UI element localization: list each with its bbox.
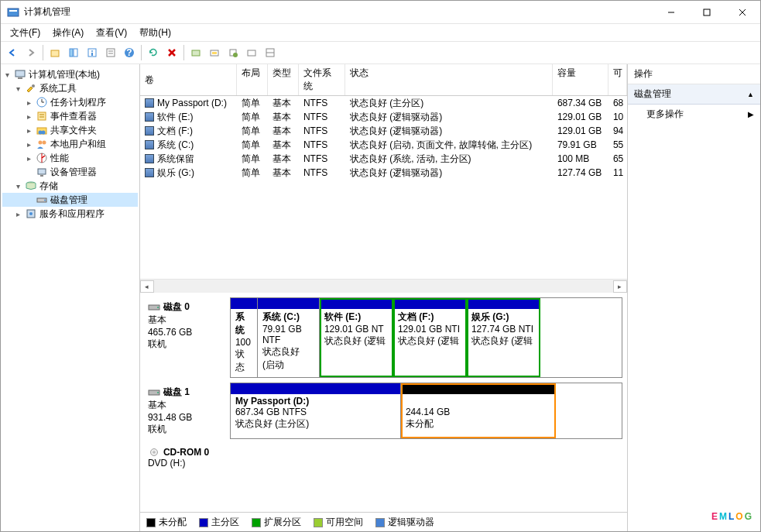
tree-expand-icon[interactable]: ▸ <box>24 140 33 149</box>
back-button[interactable] <box>4 44 21 61</box>
tree-root-label: 计算机管理(本地) <box>29 68 100 81</box>
tree-performance[interactable]: ▸ 性能 <box>2 151 138 165</box>
partition-header <box>231 383 400 394</box>
tree-disk-management[interactable]: 磁盘管理 <box>2 193 138 207</box>
close-button[interactable] <box>725 1 760 24</box>
scroll-right-button[interactable]: ▸ <box>613 280 627 293</box>
legend-unallocated: 未分配 <box>146 516 187 529</box>
volume-layout: 简单 <box>237 110 268 125</box>
volume-icon <box>145 168 154 177</box>
partition-label: 软件 (E:) <box>324 311 388 324</box>
volume-icon <box>145 112 154 122</box>
volume-rows[interactable]: My Passport (D:)简单基本NTFS状态良好 (主分区)687.34… <box>140 96 627 279</box>
volume-row[interactable]: 文档 (F:)简单基本NTFS状态良好 (逻辑驱动器)129.01 GB94 <box>140 124 627 138</box>
tree-storage[interactable]: ▾ 存储 <box>2 179 138 193</box>
partition-size: 244.14 GB <box>406 407 551 417</box>
volume-capacity: 127.74 GB <box>553 166 608 179</box>
column-filesystem[interactable]: 文件系统 <box>299 64 345 95</box>
tree-event-viewer[interactable]: ▸ 事件查看器 <box>2 109 138 123</box>
partition[interactable]: 244.14 GB未分配 <box>401 383 556 438</box>
up-button[interactable] <box>46 44 63 61</box>
volume-row[interactable]: 软件 (E:)简单基本NTFS状态良好 (逻辑驱动器)129.01 GB10 <box>140 110 627 124</box>
tree-root[interactable]: ▾ 计算机管理(本地) <box>2 67 138 81</box>
scroll-left-button[interactable]: ◂ <box>140 280 154 293</box>
column-layout[interactable]: 布局 <box>237 64 268 95</box>
help-button[interactable]: ? <box>121 44 138 61</box>
clock-icon <box>36 96 48 108</box>
tree-expand-icon[interactable]: ▸ <box>24 112 33 121</box>
column-volume[interactable]: 卷 <box>140 64 237 95</box>
partition[interactable]: 软件 (E:)129.01 GB NT状态良好 (逻辑 <box>320 298 393 377</box>
partition-status: 状态良好 (主分区) <box>235 417 396 431</box>
menu-help[interactable]: 帮助(H) <box>133 25 177 41</box>
column-capacity[interactable]: 容量 <box>553 64 608 95</box>
volume-status: 状态良好 (系统, 活动, 主分区) <box>345 152 553 166</box>
cdrom-row[interactable]: CD-ROM 0DVD (H:) <box>145 444 622 472</box>
partition[interactable]: 文档 (F:)129.01 GB NTI状态良好 (逻辑 <box>393 298 467 377</box>
partition[interactable]: 娱乐 (G:)127.74 GB NTI状态良好 (逻辑 <box>467 298 540 377</box>
export-list-button[interactable] <box>102 44 119 61</box>
tree-shared-folders[interactable]: ▸ 共享文件夹 <box>2 123 138 137</box>
volume-status: 状态良好 (逻辑驱动器) <box>345 110 553 125</box>
volume-icon <box>145 154 154 163</box>
volume-row[interactable]: 系统 (C:)简单基本NTFS状态良好 (启动, 页面文件, 故障转储, 主分区… <box>140 138 627 152</box>
forward-button[interactable] <box>22 44 39 61</box>
maximize-button[interactable] <box>689 1 725 24</box>
partition-status: 未分配 <box>406 417 551 431</box>
disk-row[interactable]: 磁盘 1基本931.48 GB联机My Passport (D:)687.34 … <box>145 383 622 439</box>
tool-extra-2[interactable] <box>206 44 223 61</box>
column-free[interactable]: 可 <box>608 64 627 95</box>
tool-extra-5[interactable] <box>262 44 279 61</box>
collapse-icon[interactable]: ▲ <box>747 91 754 98</box>
minimize-button[interactable] <box>653 1 689 24</box>
tree-expand-icon[interactable]: ▸ <box>13 210 22 218</box>
partition-size: 127.74 GB NTI <box>471 324 536 335</box>
volume-name: 软件 (E:) <box>157 111 194 124</box>
menu-file[interactable]: 文件(F) <box>4 25 46 41</box>
tool-extra-1[interactable] <box>187 44 204 61</box>
volume-free: 55 <box>608 139 627 151</box>
disk-title-text: 磁盘 0 <box>163 300 190 314</box>
column-status[interactable]: 状态 <box>345 64 553 95</box>
tool-extra-4[interactable] <box>243 44 260 61</box>
computer-icon <box>14 68 26 81</box>
properties-button[interactable] <box>84 44 101 61</box>
tree-expand-icon[interactable]: ▸ <box>24 98 33 107</box>
delete-button[interactable] <box>163 44 180 61</box>
volume-free: 94 <box>608 125 627 137</box>
disk-row[interactable]: 磁盘 0基本465.76 GB联机系统100状态系统 (C:)79.91 GB … <box>145 297 622 378</box>
column-type[interactable]: 类型 <box>268 64 299 95</box>
show-hide-tree-button[interactable] <box>65 44 82 61</box>
refresh-button[interactable] <box>145 44 162 61</box>
tree-task-scheduler[interactable]: ▸ 任务计划程序 <box>2 95 138 109</box>
partition[interactable]: 系统100状态 <box>231 298 258 377</box>
volume-row[interactable]: My Passport (D:)简单基本NTFS状态良好 (主分区)687.34… <box>140 96 627 110</box>
tree-expand-icon[interactable]: ▸ <box>24 154 33 163</box>
horizontal-scrollbar[interactable]: ◂ ▸ <box>140 279 627 293</box>
volume-row[interactable]: 系统保留简单基本NTFS状态良好 (系统, 活动, 主分区)100 MB65 <box>140 152 627 166</box>
partition[interactable]: 系统 (C:)79.91 GB NTF状态良好 (启动 <box>258 298 320 377</box>
actions-section[interactable]: 磁盘管理 ▲ <box>628 84 760 105</box>
tree-device-manager[interactable]: 设备管理器 <box>2 165 138 179</box>
volume-status: 状态良好 (逻辑驱动器) <box>345 166 553 180</box>
actions-more[interactable]: 更多操作 ▶ <box>628 105 760 124</box>
volume-row[interactable]: 娱乐 (G:)简单基本NTFS状态良好 (逻辑驱动器)127.74 GB11 <box>140 166 627 180</box>
tree-expand-icon[interactable]: ▸ <box>24 126 33 135</box>
tree-toggle-icon[interactable]: ▾ <box>2 70 12 79</box>
tree-toggle-icon[interactable]: ▾ <box>13 182 22 190</box>
partition[interactable]: My Passport (D:)687.34 GB NTFS状态良好 (主分区) <box>231 383 401 438</box>
tool-extra-3[interactable] <box>225 44 242 61</box>
navigation-tree[interactable]: ▾ 计算机管理(本地) ▾ 系统工具 ▸ 任务计划程序 ▸ 事件查看器 ▸ 共享… <box>1 64 140 532</box>
tree-toggle-icon[interactable]: ▾ <box>13 84 22 93</box>
tree-local-users[interactable]: ▸ 本地用户和组 <box>2 137 138 151</box>
tree-services-apps[interactable]: ▸ 服务和应用程序 <box>2 207 138 221</box>
cdrom-info: CD-ROM 0DVD (H:) <box>145 444 230 472</box>
volume-layout: 简单 <box>237 124 268 139</box>
svg-rect-0 <box>8 9 19 16</box>
tree-system-tools[interactable]: ▾ 系统工具 <box>2 81 138 95</box>
disk-graphical-panel[interactable]: 磁盘 0基本465.76 GB联机系统100状态系统 (C:)79.91 GB … <box>140 293 627 512</box>
menu-action[interactable]: 操作(A) <box>46 25 90 41</box>
menu-view[interactable]: 查看(V) <box>90 25 133 41</box>
volume-icon <box>145 140 154 149</box>
volume-list-header[interactable]: 卷 布局 类型 文件系统 状态 容量 可 <box>140 64 627 96</box>
